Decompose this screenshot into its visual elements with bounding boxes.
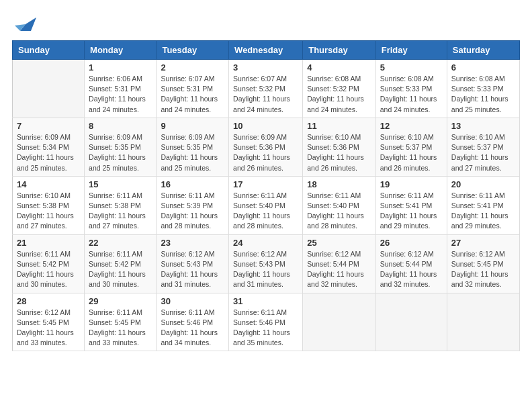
calendar-cell: 5Sunrise: 6:08 AMSunset: 5:33 PMDaylight…	[375, 60, 447, 118]
calendar-cell: 28Sunrise: 6:12 AMSunset: 5:45 PMDayligh…	[13, 293, 85, 351]
calendar-week-row: 1Sunrise: 6:06 AMSunset: 5:31 PMDaylight…	[13, 60, 520, 118]
day-info: Sunrise: 6:08 AMSunset: 5:32 PMDaylight:…	[307, 74, 371, 115]
day-number: 10	[233, 121, 298, 131]
page: SundayMondayTuesdayWednesdayThursdayFrid…	[0, 0, 532, 358]
day-info: Sunrise: 6:12 AMSunset: 5:45 PMDaylight:…	[17, 308, 80, 349]
calendar-cell: 6Sunrise: 6:08 AMSunset: 5:33 PMDaylight…	[447, 60, 519, 118]
logo	[12, 12, 36, 34]
logo-icon	[15, 12, 36, 34]
day-number: 14	[17, 179, 80, 189]
day-number: 15	[89, 179, 152, 189]
day-info: Sunrise: 6:09 AMSunset: 5:34 PMDaylight:…	[17, 132, 80, 173]
calendar-cell: 25Sunrise: 6:12 AMSunset: 5:44 PMDayligh…	[303, 234, 375, 293]
day-info: Sunrise: 6:10 AMSunset: 5:38 PMDaylight:…	[17, 191, 80, 232]
calendar-cell: 30Sunrise: 6:11 AMSunset: 5:46 PMDayligh…	[157, 293, 229, 351]
day-number: 20	[451, 179, 515, 189]
calendar-cell: 14Sunrise: 6:10 AMSunset: 5:38 PMDayligh…	[13, 176, 85, 234]
day-info: Sunrise: 6:07 AMSunset: 5:32 PMDaylight:…	[233, 74, 298, 115]
day-info: Sunrise: 6:10 AMSunset: 5:37 PMDaylight:…	[380, 132, 443, 173]
day-number: 27	[451, 238, 515, 248]
calendar-cell: 15Sunrise: 6:11 AMSunset: 5:38 PMDayligh…	[85, 176, 157, 234]
calendar-cell: 27Sunrise: 6:12 AMSunset: 5:45 PMDayligh…	[447, 234, 519, 293]
day-number: 22	[89, 238, 152, 248]
calendar-cell: 11Sunrise: 6:10 AMSunset: 5:36 PMDayligh…	[303, 118, 375, 176]
calendar-cell: 23Sunrise: 6:12 AMSunset: 5:43 PMDayligh…	[157, 234, 229, 293]
calendar-cell: 19Sunrise: 6:11 AMSunset: 5:41 PMDayligh…	[375, 176, 447, 234]
calendar-cell: 31Sunrise: 6:11 AMSunset: 5:46 PMDayligh…	[229, 293, 303, 351]
day-info: Sunrise: 6:08 AMSunset: 5:33 PMDaylight:…	[380, 74, 443, 115]
calendar-cell: 10Sunrise: 6:09 AMSunset: 5:36 PMDayligh…	[229, 118, 303, 176]
day-number: 13	[451, 121, 515, 131]
calendar-week-row: 28Sunrise: 6:12 AMSunset: 5:45 PMDayligh…	[13, 293, 520, 351]
day-number: 4	[307, 62, 371, 73]
day-number: 1	[89, 62, 152, 73]
calendar-cell: 2Sunrise: 6:07 AMSunset: 5:31 PMDaylight…	[157, 60, 229, 118]
day-info: Sunrise: 6:10 AMSunset: 5:36 PMDaylight:…	[307, 132, 371, 173]
calendar-day-header: Monday	[85, 41, 157, 60]
calendar-cell	[447, 293, 519, 351]
calendar-cell: 22Sunrise: 6:11 AMSunset: 5:42 PMDayligh…	[85, 234, 157, 293]
day-number: 7	[17, 121, 80, 131]
calendar-cell: 21Sunrise: 6:11 AMSunset: 5:42 PMDayligh…	[13, 234, 85, 293]
calendar-cell: 9Sunrise: 6:09 AMSunset: 5:35 PMDaylight…	[157, 118, 229, 176]
calendar-cell: 1Sunrise: 6:06 AMSunset: 5:31 PMDaylight…	[85, 60, 157, 118]
day-number: 19	[380, 179, 443, 189]
day-number: 31	[233, 296, 298, 306]
day-info: Sunrise: 6:09 AMSunset: 5:36 PMDaylight:…	[233, 132, 298, 173]
day-info: Sunrise: 6:11 AMSunset: 5:39 PMDaylight:…	[161, 191, 224, 232]
day-info: Sunrise: 6:12 AMSunset: 5:44 PMDaylight:…	[380, 249, 443, 290]
calendar-cell: 26Sunrise: 6:12 AMSunset: 5:44 PMDayligh…	[375, 234, 447, 293]
calendar-cell	[303, 293, 375, 351]
day-info: Sunrise: 6:11 AMSunset: 5:42 PMDaylight:…	[89, 249, 152, 290]
header	[12, 12, 520, 34]
day-info: Sunrise: 6:11 AMSunset: 5:38 PMDaylight:…	[89, 191, 152, 232]
day-info: Sunrise: 6:11 AMSunset: 5:41 PMDaylight:…	[451, 191, 515, 232]
calendar-cell: 16Sunrise: 6:11 AMSunset: 5:39 PMDayligh…	[157, 176, 229, 234]
calendar-cell: 3Sunrise: 6:07 AMSunset: 5:32 PMDaylight…	[229, 60, 303, 118]
day-info: Sunrise: 6:08 AMSunset: 5:33 PMDaylight:…	[451, 74, 515, 115]
day-info: Sunrise: 6:12 AMSunset: 5:45 PMDaylight:…	[451, 249, 515, 290]
calendar-cell: 12Sunrise: 6:10 AMSunset: 5:37 PMDayligh…	[375, 118, 447, 176]
svg-marker-0	[20, 17, 36, 31]
day-number: 23	[161, 238, 224, 248]
calendar-cell: 8Sunrise: 6:09 AMSunset: 5:35 PMDaylight…	[85, 118, 157, 176]
calendar-week-row: 7Sunrise: 6:09 AMSunset: 5:34 PMDaylight…	[13, 118, 520, 176]
calendar-week-row: 14Sunrise: 6:10 AMSunset: 5:38 PMDayligh…	[13, 176, 520, 234]
day-info: Sunrise: 6:11 AMSunset: 5:41 PMDaylight:…	[380, 191, 443, 232]
day-info: Sunrise: 6:09 AMSunset: 5:35 PMDaylight:…	[161, 132, 224, 173]
day-number: 11	[307, 121, 371, 131]
day-number: 18	[307, 179, 371, 189]
calendar-day-header: Friday	[375, 41, 447, 60]
calendar-day-header: Saturday	[447, 41, 519, 60]
day-number: 30	[161, 296, 224, 306]
day-info: Sunrise: 6:12 AMSunset: 5:43 PMDaylight:…	[233, 249, 298, 290]
day-info: Sunrise: 6:11 AMSunset: 5:46 PMDaylight:…	[233, 308, 298, 349]
day-info: Sunrise: 6:10 AMSunset: 5:37 PMDaylight:…	[451, 132, 515, 173]
calendar-header-row: SundayMondayTuesdayWednesdayThursdayFrid…	[13, 41, 520, 60]
calendar-cell: 17Sunrise: 6:11 AMSunset: 5:40 PMDayligh…	[229, 176, 303, 234]
calendar-cell: 20Sunrise: 6:11 AMSunset: 5:41 PMDayligh…	[447, 176, 519, 234]
day-info: Sunrise: 6:12 AMSunset: 5:44 PMDaylight:…	[307, 249, 371, 290]
day-info: Sunrise: 6:11 AMSunset: 5:46 PMDaylight:…	[161, 308, 224, 349]
calendar-cell: 18Sunrise: 6:11 AMSunset: 5:40 PMDayligh…	[303, 176, 375, 234]
day-number: 6	[451, 62, 515, 73]
day-info: Sunrise: 6:12 AMSunset: 5:43 PMDaylight:…	[161, 249, 224, 290]
day-number: 24	[233, 238, 298, 248]
calendar-day-header: Tuesday	[157, 41, 229, 60]
day-number: 21	[17, 238, 80, 248]
day-number: 2	[161, 62, 224, 73]
calendar-cell	[375, 293, 447, 351]
calendar-cell: 4Sunrise: 6:08 AMSunset: 5:32 PMDaylight…	[303, 60, 375, 118]
day-number: 8	[89, 121, 152, 131]
day-number: 9	[161, 121, 224, 131]
day-info: Sunrise: 6:11 AMSunset: 5:40 PMDaylight:…	[233, 191, 298, 232]
day-number: 12	[380, 121, 443, 131]
day-number: 3	[233, 62, 298, 73]
day-number: 5	[380, 62, 443, 73]
calendar-table: SundayMondayTuesdayWednesdayThursdayFrid…	[12, 40, 520, 351]
day-number: 26	[380, 238, 443, 248]
day-info: Sunrise: 6:11 AMSunset: 5:42 PMDaylight:…	[17, 249, 80, 290]
calendar-day-header: Thursday	[303, 41, 375, 60]
calendar-cell: 29Sunrise: 6:11 AMSunset: 5:45 PMDayligh…	[85, 293, 157, 351]
calendar-cell	[13, 60, 85, 118]
